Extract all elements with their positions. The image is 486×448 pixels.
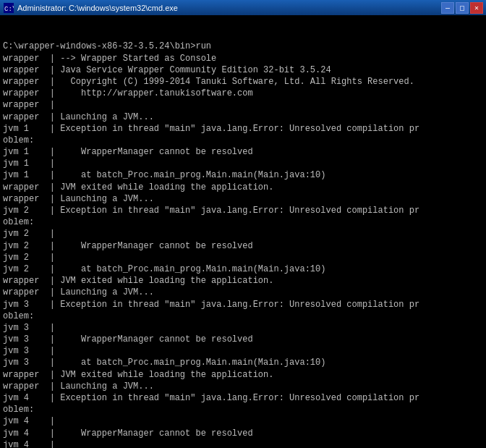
console-line: jvm 3 | at batch_Proc.main_prog.Main.mai… bbox=[3, 357, 483, 368]
console-line: jvm 1 | Exception in thread "main" java.… bbox=[3, 123, 483, 135]
console-line: jvm 1 | at batch_Proc.main_prog.Main.mai… bbox=[3, 169, 483, 181]
console-line: jvm 4 | bbox=[3, 415, 483, 427]
console-line: jvm 4 | Exception in thread "main" java.… bbox=[3, 392, 483, 404]
console-line: wrapper | JVM exited while loading the a… bbox=[3, 275, 483, 287]
close-button[interactable]: ✕ bbox=[470, 2, 483, 14]
console-line: jvm 3 | Exception in thread "main" java.… bbox=[3, 299, 483, 310]
console-line: jvm 3 | WrapperManager cannot be resolve… bbox=[3, 334, 483, 345]
console-line: oblem: bbox=[3, 404, 483, 415]
console-line: jvm 2 | bbox=[3, 228, 483, 240]
console-line: wrapper | Copyright (C) 1999-2014 Tanuki… bbox=[3, 76, 483, 88]
cmd-icon: C:\ bbox=[3, 2, 14, 14]
title-bar-left: C:\ Administrator: C:\windows\system32\c… bbox=[3, 2, 178, 14]
console-line: wrapper | JVM exited while loading the a… bbox=[3, 369, 483, 381]
console-line: jvm 2 | at batch_Proc.main_prog.Main.mai… bbox=[3, 263, 483, 275]
console-line: wrapper | --> Wrapper Started as Console bbox=[3, 53, 483, 64]
window: C:\ Administrator: C:\windows\system32\c… bbox=[0, 0, 486, 448]
console-line: wrapper | Java Service Wrapper Community… bbox=[3, 64, 483, 76]
console-line: wrapper | bbox=[3, 99, 483, 111]
title-buttons: — □ ✕ bbox=[441, 2, 483, 14]
console-line: jvm 3 | bbox=[3, 322, 483, 334]
console-line: C:\wrapper-windows-x86-32-3.5.24\bin>run bbox=[3, 41, 483, 52]
console-line: jvm 2 | bbox=[3, 252, 483, 263]
console-line: wrapper | http://wrapper.tanukisoftware.… bbox=[3, 88, 483, 99]
console-line: oblem: bbox=[3, 216, 483, 228]
console-line: wrapper | Launching a JVM... bbox=[3, 381, 483, 392]
console-line: wrapper | Launching a JVM... bbox=[3, 287, 483, 298]
console-line: wrapper | Launching a JVM... bbox=[3, 193, 483, 205]
console-line: oblem: bbox=[3, 310, 483, 322]
console-line: wrapper | Launching a JVM... bbox=[3, 111, 483, 123]
console-output: C:\wrapper-windows-x86-32-3.5.24\bin>run… bbox=[0, 16, 486, 448]
console-line: jvm 1 | bbox=[3, 158, 483, 169]
console-line: oblem: bbox=[3, 135, 483, 146]
window-title: Administrator: C:\windows\system32\cmd.e… bbox=[17, 4, 178, 12]
console-line: wrapper | JVM exited while loading the a… bbox=[3, 182, 483, 193]
console-line: jvm 2 | Exception in thread "main" java.… bbox=[3, 205, 483, 216]
console-line: jvm 4 | WrapperManager cannot be resolve… bbox=[3, 428, 483, 439]
minimize-button[interactable]: — bbox=[441, 2, 454, 14]
maximize-button[interactable]: □ bbox=[456, 2, 469, 14]
console-line: jvm 4 | bbox=[3, 439, 483, 448]
console-line: jvm 1 | WrapperManager cannot be resolve… bbox=[3, 146, 483, 158]
console-line: jvm 3 | bbox=[3, 345, 483, 357]
svg-text:C:\: C:\ bbox=[4, 6, 14, 13]
console-line: jvm 2 | WrapperManager cannot be resolve… bbox=[3, 240, 483, 252]
title-bar: C:\ Administrator: C:\windows\system32\c… bbox=[0, 0, 486, 16]
